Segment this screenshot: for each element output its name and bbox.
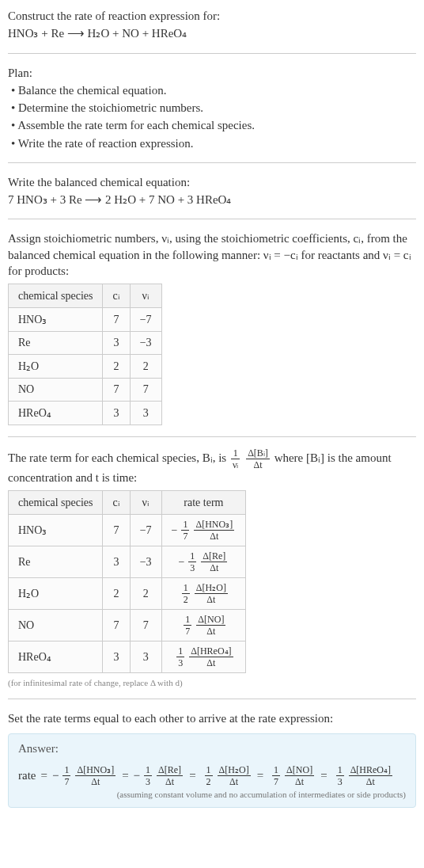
stoich-v: 2 — [130, 355, 161, 379]
rateterm-sentence: The rate term for each chemical species,… — [8, 448, 416, 485]
rt-c: 7 — [103, 515, 130, 546]
divider — [8, 699, 416, 699]
rt-head-c: cᵢ — [103, 491, 130, 515]
table-row: HReO₄ 3 3 13 Δ[HReO₄]Δt — [9, 641, 246, 673]
table-row: Re 3 −3 − 13 Δ[Re]Δt — [9, 546, 246, 578]
rt-head-rate: rate term — [161, 491, 246, 515]
stoich-species: HNO₃ — [9, 308, 103, 332]
rt-rate: 13 Δ[HReO₄]Δt — [161, 641, 246, 673]
balanced-equation: 7 HNO₃ + 3 Re ⟶ 2 H₂O + 7 NO + 3 HReO₄ — [8, 192, 416, 207]
rt-v: 7 — [130, 610, 161, 641]
rate-expression: rate = − 17 Δ[HNO₃]Δt = − 13 Δ[Re]Δt = 1… — [18, 765, 394, 786]
stoich-table: chemical species cᵢ νᵢ HNO₃ 7 −7 Re 3 −3… — [8, 284, 162, 425]
rt-c: 2 — [103, 578, 130, 610]
stoich-v: 7 — [130, 379, 161, 402]
table-row: H₂O 2 2 12 Δ[H₂O]Δt — [9, 578, 246, 610]
stoich-c: 7 — [103, 379, 130, 402]
plan-bullet-4: • Write the rate of reaction expression. — [11, 135, 416, 151]
rt-rate: 17 Δ[NO]Δt — [161, 610, 246, 641]
stoich-section: Assign stoichiometric numbers, νᵢ, using… — [8, 230, 416, 425]
answer-assumption: (assuming constant volume and no accumul… — [18, 790, 406, 799]
rt-v: −3 — [130, 546, 161, 578]
table-row: Re 3 −3 — [9, 332, 162, 355]
divider — [8, 53, 416, 54]
stoich-species: H₂O — [9, 355, 103, 379]
table-header-row: chemical species cᵢ νᵢ rate term — [9, 491, 246, 515]
plan-bullet-2: • Determine the stoichiometric numbers. — [11, 100, 416, 116]
rt-v: 2 — [130, 578, 161, 610]
frac-den: Δt — [246, 459, 270, 470]
table-header-row: chemical species cᵢ νᵢ — [9, 284, 162, 308]
stoich-v: −7 — [130, 308, 161, 332]
rt-c: 3 — [103, 546, 130, 578]
rt-species: NO — [9, 610, 103, 641]
frac-dconc-dt: Δ[HNO₃] Δt — [194, 520, 234, 541]
stoich-c: 2 — [103, 355, 130, 379]
rateterm-table: chemical species cᵢ νᵢ rate term HNO₃ 7 … — [8, 490, 246, 673]
frac-coef: 1 7 — [181, 520, 189, 541]
rateterm-note: (for infinitesimal rate of change, repla… — [8, 678, 416, 687]
intro-construct: Construct the rate of reaction expressio… — [8, 8, 416, 24]
table-row: HNO₃ 7 −7 — [9, 308, 162, 332]
rt-head-v: νᵢ — [130, 491, 161, 515]
plan-section: Plan: • Balance the chemical equation. •… — [8, 65, 416, 151]
rt-rate: 12 Δ[H₂O]Δt — [161, 578, 246, 610]
frac-den: νᵢ — [231, 459, 240, 470]
stoich-v: −3 — [130, 332, 161, 355]
rt-c: 7 — [103, 610, 130, 641]
plan-header: Plan: — [8, 65, 416, 81]
final-section: Set the rate terms equal to each other t… — [8, 710, 416, 807]
stoich-head-species: chemical species — [9, 284, 103, 308]
rt-species: Re — [9, 546, 103, 578]
stoich-v: 3 — [130, 402, 161, 425]
divider — [8, 219, 416, 219]
frac-num: 1 — [231, 448, 240, 459]
stoich-c: 7 — [103, 308, 130, 332]
balanced-section: Write the balanced chemical equation: 7 … — [8, 174, 416, 208]
table-row: NO 7 7 — [9, 379, 162, 402]
divider — [8, 436, 416, 437]
table-row: NO 7 7 17 Δ[NO]Δt — [9, 610, 246, 641]
rt-v: 3 — [130, 641, 161, 673]
table-row: HNO₃ 7 −7 − 1 7 Δ[HNO₃] Δt — [9, 515, 246, 546]
stoich-c: 3 — [103, 402, 130, 425]
stoich-head-c: cᵢ — [103, 284, 130, 308]
stoich-species: NO — [9, 379, 103, 402]
rt-species: H₂O — [9, 578, 103, 610]
rt-rate: − 13 Δ[Re]Δt — [161, 546, 246, 578]
stoich-species: HReO₄ — [9, 402, 103, 425]
intro-section: Construct the rate of reaction expressio… — [8, 8, 416, 42]
stoich-species: Re — [9, 332, 103, 355]
rt-c: 3 — [103, 641, 130, 673]
equals-icon: = — [40, 769, 47, 782]
plan-bullet-1: • Balance the chemical equation. — [11, 82, 416, 98]
rate-word: rate — [18, 769, 36, 782]
intro-equation: HNO₃ + Re ⟶ H₂O + NO + HReO₄ — [8, 25, 416, 41]
rateterm-section: The rate term for each chemical species,… — [8, 448, 416, 687]
plan-bullet-3: • Assemble the rate term for each chemic… — [11, 117, 416, 133]
frac-dbi-dt: Δ[Bᵢ] Δt — [246, 448, 270, 470]
divider — [8, 162, 416, 163]
rateterm-pre: The rate term for each chemical species,… — [8, 451, 229, 464]
equals-icon: = — [189, 769, 195, 782]
frac-num: Δ[Bᵢ] — [246, 448, 270, 459]
frac-one-over-nu: 1 νᵢ — [231, 448, 240, 470]
equals-icon: = — [257, 769, 263, 782]
equals-icon: = — [122, 769, 128, 782]
final-sentence: Set the rate terms equal to each other t… — [8, 710, 416, 726]
rt-rate: − 1 7 Δ[HNO₃] Δt — [161, 515, 246, 546]
stoich-text: Assign stoichiometric numbers, νᵢ, using… — [8, 230, 416, 279]
rt-sign: − — [172, 524, 178, 537]
answer-label: Answer: — [18, 742, 406, 756]
table-row: H₂O 2 2 — [9, 355, 162, 379]
rt-head-species: chemical species — [9, 491, 103, 515]
balanced-header: Write the balanced chemical equation: — [8, 174, 416, 190]
stoich-c: 3 — [103, 332, 130, 355]
rt-v: −7 — [130, 515, 161, 546]
equals-icon: = — [320, 769, 327, 782]
rt-species: HNO₃ — [9, 515, 103, 546]
stoich-head-v: νᵢ — [130, 284, 161, 308]
rt-sign: − — [178, 556, 184, 569]
rt-species: HReO₄ — [9, 641, 103, 673]
answer-box: Answer: rate = − 17 Δ[HNO₃]Δt = − 13 Δ[R… — [8, 733, 416, 808]
